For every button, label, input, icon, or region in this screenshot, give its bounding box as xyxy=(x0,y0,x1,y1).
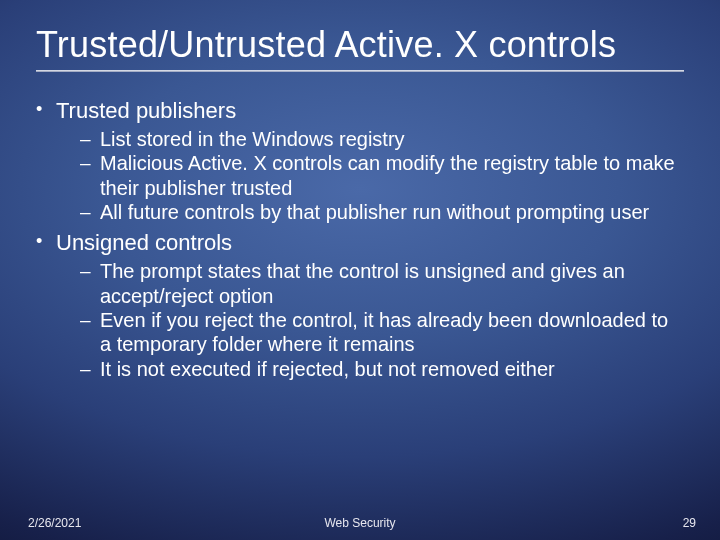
list-item-label: Even if you reject the control, it has a… xyxy=(100,308,684,357)
list-item-label: All future controls by that publisher ru… xyxy=(100,200,649,224)
list-item-label: The prompt states that the control is un… xyxy=(100,259,684,308)
slide-title: Trusted/Untrusted Active. X controls xyxy=(36,24,684,66)
list-item: – Even if you reject the control, it has… xyxy=(80,308,684,357)
list-item: – All future controls by that publisher … xyxy=(80,200,684,224)
list-item-label: Malicious Active. X controls can modify … xyxy=(100,151,684,200)
bullet-icon: • xyxy=(36,230,56,253)
bullet-icon: • xyxy=(36,98,56,121)
slide-footer: 2/26/2021 Web Security 29 xyxy=(0,516,720,530)
title-underline xyxy=(36,70,684,72)
list-item: – Malicious Active. X controls can modif… xyxy=(80,151,684,200)
dash-icon: – xyxy=(80,151,100,174)
list-item: • Trusted publishers – List stored in th… xyxy=(36,98,684,224)
dash-icon: – xyxy=(80,259,100,282)
list-item-label: Trusted publishers xyxy=(56,98,236,125)
list-item: – The prompt states that the control is … xyxy=(80,259,684,308)
bullet-list: • Trusted publishers – List stored in th… xyxy=(36,98,684,381)
list-item-label: List stored in the Windows registry xyxy=(100,127,405,151)
dash-icon: – xyxy=(80,127,100,150)
slide: Trusted/Untrusted Active. X controls • T… xyxy=(0,0,720,540)
dash-icon: – xyxy=(80,200,100,223)
sub-list: – The prompt states that the control is … xyxy=(36,259,684,381)
list-item: – It is not executed if rejected, but no… xyxy=(80,357,684,381)
list-item: • Unsigned controls – The prompt states … xyxy=(36,230,684,381)
slide-content: • Trusted publishers – List stored in th… xyxy=(36,98,684,520)
list-item-label: It is not executed if rejected, but not … xyxy=(100,357,555,381)
dash-icon: – xyxy=(80,357,100,380)
footer-title: Web Security xyxy=(0,516,720,530)
dash-icon: – xyxy=(80,308,100,331)
list-item-label: Unsigned controls xyxy=(56,230,232,257)
sub-list: – List stored in the Windows registry – … xyxy=(36,127,684,225)
list-item: – List stored in the Windows registry xyxy=(80,127,684,151)
